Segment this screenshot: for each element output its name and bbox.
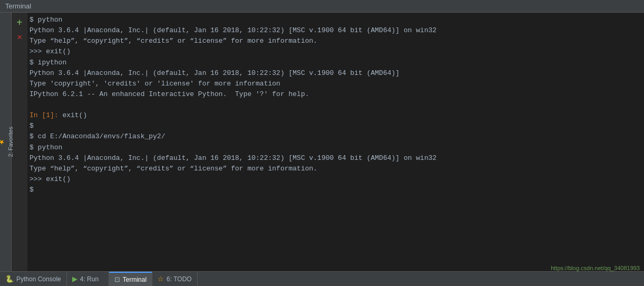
terminal-line: In [1]: exit() bbox=[30, 110, 640, 121]
title-label: Terminal bbox=[5, 2, 31, 10]
title-bar: Terminal bbox=[0, 0, 644, 13]
terminal-line: $ python bbox=[30, 142, 640, 153]
tab-icon-todo: ☆ bbox=[158, 275, 164, 283]
tab-python-console[interactable]: 🐍Python Console bbox=[0, 272, 67, 286]
terminal-line: Type “help”, “copyright”, “credits” or “… bbox=[30, 36, 640, 46]
terminal-wrapper: + ✕ $ pythonPython 3.6.4 |Anaconda, Inc.… bbox=[12, 13, 644, 271]
tab-icon-python-console: 🐍 bbox=[5, 275, 14, 283]
tab-label-todo: 6: TODO bbox=[167, 275, 192, 283]
close-icon[interactable]: ✕ bbox=[12, 30, 27, 45]
terminal-output[interactable]: $ pythonPython 3.6.4 |Anaconda, Inc.| (d… bbox=[27, 13, 644, 271]
gutter: + ✕ bbox=[12, 13, 27, 271]
terminal-line: $ bbox=[30, 185, 640, 195]
tab-spacer bbox=[198, 272, 644, 286]
tab-terminal[interactable]: ⊡Terminal bbox=[109, 272, 152, 286]
terminal-line: Type “help”, “copyright”, “credits” or “… bbox=[30, 164, 640, 174]
terminal-line: Python 3.6.4 |Anaconda, Inc.| (default, … bbox=[30, 153, 640, 164]
favorites-text: 2: Favorites bbox=[7, 127, 14, 157]
plus-icon[interactable]: + bbox=[12, 15, 27, 30]
terminal-line: IPython 6.2.1 -- An enhanced Interactive… bbox=[30, 89, 640, 100]
tab-icon-terminal: ⊡ bbox=[114, 275, 120, 283]
terminal-line: $ cd E:/Anaconda3/envs/flask_py2/ bbox=[30, 131, 640, 142]
main-area: ★ 2: Favorites + ✕ $ pythonPython 3.6.4 … bbox=[0, 13, 644, 271]
terminal-line: Python 3.6.4 |Anaconda, Inc.| (default, … bbox=[30, 25, 640, 36]
terminal-line: >>> exit() bbox=[30, 46, 640, 57]
terminal-line: Python 3.6.4 |Anaconda, Inc.| (default, … bbox=[30, 68, 640, 79]
tab-label-terminal: Terminal bbox=[123, 276, 147, 283]
terminal-line: $ bbox=[30, 121, 640, 131]
terminal-line: >>> exit() bbox=[30, 174, 640, 185]
favorites-bar: ★ 2: Favorites bbox=[0, 13, 12, 271]
terminal-line: Type 'copyright', 'credits' or 'license'… bbox=[30, 79, 640, 89]
terminal-line: $ ipython bbox=[30, 58, 640, 68]
star-icon: ★ bbox=[0, 138, 5, 146]
tab-bar: 🐍Python Console▶4: Run⊡Terminal☆6: TODO bbox=[0, 271, 644, 286]
url-display: https://blog.csdn.net/qq_34081993 bbox=[551, 265, 640, 271]
tab-icon-run: ▶ bbox=[72, 275, 77, 283]
tab-todo[interactable]: ☆6: TODO bbox=[152, 272, 198, 286]
favorites-label: ★ 2: Favorites bbox=[0, 127, 14, 157]
tab-run[interactable]: ▶4: Run bbox=[67, 272, 109, 286]
terminal-line: $ python bbox=[30, 15, 640, 25]
tab-label-run: 4: Run bbox=[80, 275, 99, 283]
terminal-line bbox=[30, 100, 640, 110]
tab-label-python-console: Python Console bbox=[16, 275, 61, 283]
